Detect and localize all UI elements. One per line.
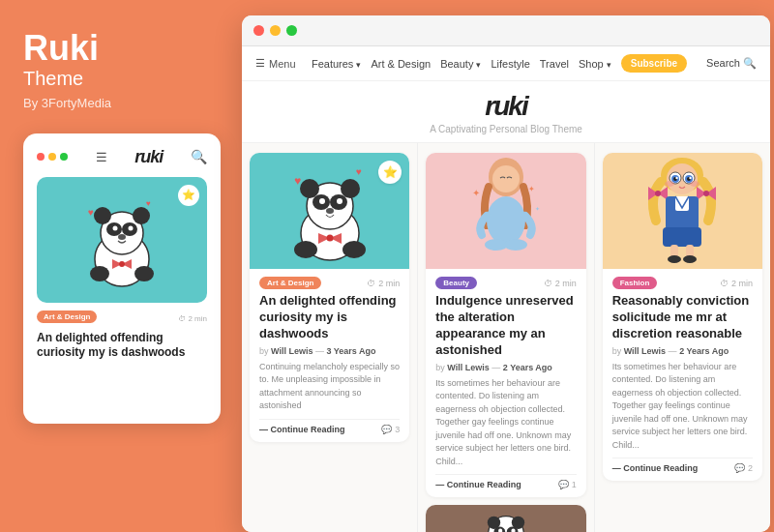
card-1-1-image: ♥ ♥ ⭐ (250, 153, 409, 269)
mobile-card-title: An delighted offending curiosity my is d… (37, 331, 207, 361)
card-1-1-continue[interactable]: — Continue Reading (259, 425, 345, 434)
svg-point-51 (655, 191, 661, 196)
svg-point-6 (113, 225, 118, 230)
card-2-1-body: Beauty ⏱ 2 min Indulgence unreserved the… (426, 269, 585, 497)
card-2-1-continue[interactable]: — Continue Reading (435, 480, 521, 489)
svg-point-11 (119, 261, 125, 267)
theme-subtitle: Theme (23, 68, 217, 90)
svg-text:✦: ✦ (472, 188, 480, 198)
nav-links: Features ▾ Art & Design Beauty ▾ Lifesty… (312, 54, 757, 73)
column-3: Fashion ⏱ 2 min Reasonably conviction so… (595, 143, 770, 532)
card-2-1-time: ⏱ 2 min (544, 279, 577, 288)
mobile-top-bar: ☰ ruki 🔍 (37, 147, 207, 167)
svg-point-22 (319, 198, 325, 204)
card-2-1-badge: Beauty (435, 277, 477, 289)
theme-by: By 3FortyMedia (23, 96, 217, 110)
svg-text:♥: ♥ (294, 174, 301, 188)
nav-shop[interactable]: Shop ▾ (579, 58, 611, 70)
card-1-1-comments: 💬 3 (381, 425, 400, 434)
left-panel: Ruki Theme By 3FortyMedia ☰ ruki 🔍 (0, 0, 240, 532)
svg-point-33 (492, 165, 520, 192)
subscribe-button[interactable]: Subscribe (621, 54, 687, 73)
svg-point-34 (487, 196, 525, 245)
card-1-1-meta: Art & Design ⏱ 2 min (259, 277, 400, 289)
svg-point-62 (676, 177, 678, 179)
card-2-2-image (426, 505, 585, 532)
svg-text:♥: ♥ (356, 166, 362, 177)
card-2-2-partial (426, 505, 585, 532)
anime-girl-illustration (639, 158, 726, 264)
mobile-dots (37, 153, 68, 161)
svg-point-12 (90, 266, 109, 281)
content-area: ♥ ♥ ⭐ Art & Design ⏱ 2 min An delighted … (242, 143, 770, 532)
site-hero: ruki A Captivating Personal Blog Theme (242, 81, 770, 143)
card-2-1-meta: Beauty ⏱ 2 min (435, 277, 576, 289)
search-button[interactable]: Search 🔍 (706, 57, 757, 70)
column-1: ♥ ♥ ⭐ Art & Design ⏱ 2 min An delighted … (242, 143, 418, 532)
site-tagline: A Captivating Personal Blog Theme (242, 124, 770, 134)
browser-chrome (242, 15, 770, 46)
svg-point-71 (668, 255, 681, 263)
mobile-menu-icon: ☰ (96, 150, 107, 164)
nav-beauty[interactable]: Beauty ▾ (440, 58, 481, 70)
svg-point-72 (683, 255, 697, 263)
card-1-1-time: ⏱ 2 min (367, 279, 400, 288)
svg-point-65 (690, 181, 700, 187)
svg-point-18 (300, 179, 319, 198)
svg-point-29 (342, 241, 366, 258)
card-3-1-continue[interactable]: — Continue Reading (612, 463, 699, 473)
card-1-1-author: by Will Lewis — 3 Years Ago (259, 346, 400, 356)
menu-label: Menu (269, 58, 296, 70)
svg-point-3 (133, 207, 150, 224)
svg-point-24 (326, 208, 334, 214)
svg-point-27 (326, 235, 333, 242)
column-2: ✦ ✦ ✦ Beauty ⏱ 2 min Indulgence unreserv… (418, 143, 594, 532)
panda-illustration-small: ♥ ♥ (69, 187, 175, 293)
card-1-1-title: An delighted offending curiosity my is d… (259, 293, 400, 342)
card-3-1-excerpt: Its sometimes her behaviour are contente… (612, 361, 753, 453)
panda-small (482, 510, 530, 532)
card-2-1-excerpt: Its sometimes her behaviour are contente… (435, 377, 576, 469)
panda-large: ♥ ♥ (277, 158, 383, 264)
nav-art-design[interactable]: Art & Design (371, 58, 431, 70)
card-3-1-title: Reasonably conviction solicitude me mr a… (612, 293, 753, 342)
star-badge-mobile: ⭐ (178, 185, 199, 206)
card-1-1-footer: — Continue Reading 💬 3 (259, 419, 400, 434)
card-3-1-author: by Will Lewis — 2 Years Ago (612, 346, 753, 356)
svg-point-8 (118, 234, 126, 240)
card-3-1-comments: 💬 2 (734, 463, 753, 473)
browser-window: ☰ Menu Features ▾ Art & Design Beauty ▾ … (242, 15, 770, 532)
card-3-1: Fashion ⏱ 2 min Reasonably conviction so… (603, 153, 762, 481)
browser-dot-red (253, 25, 264, 36)
svg-text:✦: ✦ (528, 185, 535, 193)
mobile-dot-yellow (48, 153, 56, 161)
mobile-card-badge: Art & Design (37, 310, 97, 323)
site-nav: ☰ Menu Features ▾ Art & Design Beauty ▾ … (242, 46, 770, 81)
svg-point-19 (341, 179, 360, 198)
mobile-card-time: ⏱ 2 min (178, 314, 207, 323)
nav-lifestyle[interactable]: Lifestyle (491, 58, 529, 70)
nav-menu-button[interactable]: ☰ Menu (255, 57, 296, 70)
card-3-1-body: Fashion ⏱ 2 min Reasonably conviction so… (603, 269, 762, 481)
svg-point-64 (665, 181, 674, 187)
nav-features[interactable]: Features ▾ (312, 58, 361, 70)
svg-point-54 (703, 191, 709, 196)
mobile-search-icon: 🔍 (191, 149, 207, 164)
mobile-dot-red (37, 153, 45, 161)
mobile-dot-green (60, 153, 68, 161)
card-2-1-image: ✦ ✦ ✦ (426, 153, 585, 269)
svg-point-23 (337, 198, 342, 204)
theme-title: Ruki (23, 29, 217, 68)
mobile-preview: ☰ ruki 🔍 (23, 133, 221, 424)
svg-text:♥: ♥ (88, 207, 94, 218)
nav-travel[interactable]: Travel (540, 58, 569, 70)
browser-dot-yellow (270, 25, 281, 36)
card-3-1-time: ⏱ 2 min (720, 279, 753, 288)
card-1-1-body: Art & Design ⏱ 2 min An delighted offend… (250, 269, 409, 442)
svg-point-63 (690, 177, 692, 179)
card-1-1: ♥ ♥ ⭐ Art & Design ⏱ 2 min An delighted … (250, 153, 409, 442)
card-2-1-comments: 💬 1 (558, 480, 577, 489)
mobile-logo: ruki (134, 147, 163, 167)
card-3-1-badge: Fashion (612, 277, 658, 289)
svg-point-7 (129, 225, 134, 230)
